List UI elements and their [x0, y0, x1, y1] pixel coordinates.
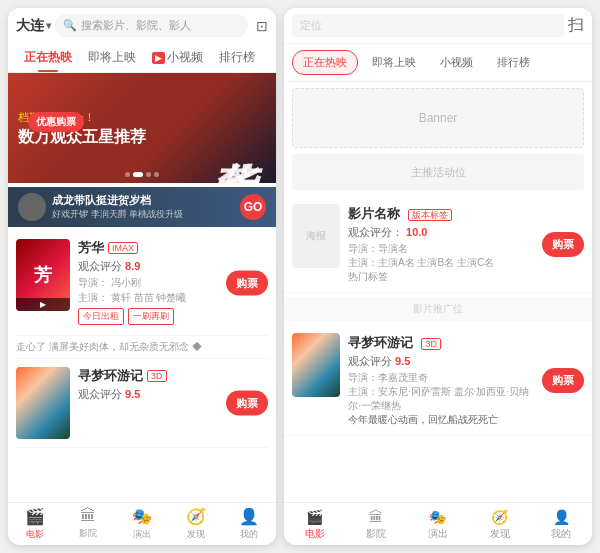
buy-button-fanghua[interactable]: 购票 — [226, 271, 268, 296]
left-header: 大连 ▾ 🔍 搜索影片、影院、影人 ⊡ — [8, 8, 276, 43]
template-poster: 海报 — [292, 204, 340, 268]
profile-icon-right: 👤 — [553, 509, 570, 525]
promo-slot-right: 影片推广位 — [284, 297, 592, 321]
dot-1 — [125, 172, 130, 177]
tab-now-playing-right[interactable]: 正在热映 — [292, 50, 358, 75]
promo-avatar — [18, 193, 46, 221]
right-header: 定位 扫 — [284, 8, 592, 44]
coco-format: 3D — [421, 338, 441, 350]
template-title: 影片名称 — [348, 206, 400, 221]
nav-discover-left[interactable]: 🧭 发现 — [169, 507, 223, 541]
movie-format-coco: 3D — [147, 370, 167, 382]
cinema-icon-right: 🏛 — [369, 509, 383, 525]
nav-label-discover-right: 发现 — [490, 527, 510, 541]
nav-label-cinema: 影院 — [79, 527, 97, 540]
search-bar[interactable]: 🔍 搜索影片、影院、影人 — [55, 14, 248, 37]
show-icon: 🎭 — [132, 507, 152, 526]
banner-placeholder-right: Banner — [292, 88, 584, 148]
cinema-icon: 🏛 — [80, 507, 96, 525]
buy-button-coco[interactable]: 购票 — [226, 391, 268, 416]
nav-discover-right[interactable]: 🧭 发现 — [469, 509, 531, 541]
movie-item-coco: 寻梦环游记 3D 观众评分 9.5 购票 — [16, 359, 268, 448]
buy-button-coco-right[interactable]: 购票 — [542, 368, 584, 393]
nav-cinema-right[interactable]: 🏛 影院 — [346, 509, 408, 541]
show-icon-right: 🎭 — [429, 509, 446, 525]
banner-buy-button[interactable]: 优惠购票 — [28, 112, 84, 132]
city-selector[interactable]: 大连 ▾ — [16, 17, 51, 35]
search-icon: 🔍 — [63, 19, 77, 32]
scan-icon[interactable]: ⊡ — [256, 18, 268, 34]
dot-4 — [154, 172, 159, 177]
main-banner-left[interactable]: 档期口碑第一！ 数万观众五星推荐 优惠购票 芳华 — [8, 73, 276, 183]
movie-icon: 🎬 — [25, 507, 45, 526]
template-version: 版本标签 — [408, 209, 452, 221]
tab-coming-soon-right[interactable]: 即将上映 — [362, 51, 426, 74]
left-tabs: 正在热映 即将上映 ▶ 小视频 排行榜 — [8, 43, 276, 73]
scan-icon-right[interactable]: 扫 — [568, 15, 584, 36]
promo-main-text: 成龙带队挺进贺岁档 — [52, 193, 234, 208]
movie-format-fanghua: IMAX — [108, 242, 138, 254]
nav-label-profile-right: 我的 — [551, 527, 571, 541]
nav-cinema-left[interactable]: 🏛 影院 — [62, 507, 116, 541]
movie-quote: 走心了 满屏美好肉体，却无杂质无邪念 ◆ — [16, 336, 268, 359]
nav-movie-left[interactable]: 🎬 电影 — [8, 507, 62, 541]
template-movie-card: 海报 影片名称 版本标签 观众评分： 10.0 导演：导演名 主演：主演A名 主… — [284, 196, 592, 293]
coco-card-right: 寻梦环游记 3D 观众评分 9.5 导演：李嘉茂里奇 主演：安东尼·冈萨雷斯 盖… — [284, 325, 592, 436]
coco-quote: 今年最暖心动画，回忆船战死死亡 — [348, 413, 534, 427]
location-placeholder: 定位 — [300, 18, 322, 33]
nav-label-movie-right: 电影 — [305, 527, 325, 541]
right-tabs: 正在热映 即将上映 小视频 排行榜 — [284, 44, 592, 82]
poster-coco — [16, 367, 70, 439]
nav-profile-left[interactable]: 👤 我的 — [222, 507, 276, 541]
tab-coming-soon-left[interactable]: 即将上映 — [80, 43, 144, 72]
location-input[interactable]: 定位 — [292, 14, 564, 37]
nav-label-show-right: 演出 — [428, 527, 448, 541]
nav-label-profile: 我的 — [240, 528, 258, 541]
city-label: 大连 — [16, 17, 44, 35]
coco-director: 导演：李嘉茂里奇 — [348, 371, 534, 385]
right-panel: 定位 扫 正在热映 即将上映 小视频 排行榜 Banner 主推活动位 海 — [284, 8, 592, 545]
promo-area-right: 主推活动位 — [292, 154, 584, 190]
nav-movie-right[interactable]: 🎬 电影 — [284, 509, 346, 541]
tab-ranking-left[interactable]: 排行榜 — [211, 43, 263, 72]
movie-title-coco: 寻梦环游记 — [78, 367, 143, 385]
promo-go-button[interactable]: GO — [240, 194, 266, 220]
nav-label-cinema-right: 影院 — [366, 527, 386, 541]
tag-rewatch[interactable]: 一刷再刷 — [128, 308, 174, 325]
template-director: 导演：导演名 — [348, 242, 534, 256]
promo-placeholder-text: 主推活动位 — [411, 165, 466, 180]
bottom-nav-left: 🎬 电影 🏛 影院 🎭 演出 🧭 发现 👤 我的 — [8, 502, 276, 545]
tab-short-video-right[interactable]: 小视频 — [430, 51, 483, 74]
profile-icon: 👤 — [239, 507, 259, 526]
video-badge-icon: ▶ — [152, 52, 165, 64]
movie-icon-right: 🎬 — [306, 509, 323, 525]
poster-fanghua: 芳 ▶ — [16, 239, 70, 311]
search-placeholder: 搜索影片、影院、影人 — [81, 18, 191, 33]
bottom-nav-right: 🎬 电影 🏛 影院 🎭 演出 🧭 发现 👤 我的 — [284, 502, 592, 545]
movie-title-fanghua: 芳华 — [78, 239, 104, 257]
nav-profile-right[interactable]: 👤 我的 — [530, 509, 592, 541]
tag-today[interactable]: 今日出租 — [78, 308, 124, 325]
buy-button-template[interactable]: 购票 — [542, 232, 584, 257]
tab-now-playing-left[interactable]: 正在热映 — [16, 43, 80, 72]
promo-sub-text: 好戏开锣 李润天爵 单桃战役升级 — [52, 208, 234, 221]
left-phone: 大连 ▾ 🔍 搜索影片、影院、影人 ⊡ 正在热映 即将上映 ▶ 小视频 排行榜 … — [8, 8, 276, 545]
banner-placeholder-text: Banner — [419, 111, 458, 125]
dot-2 — [133, 172, 143, 177]
nav-show-left[interactable]: 🎭 演出 — [115, 507, 169, 541]
nav-label-show: 演出 — [133, 528, 151, 541]
dot-3 — [146, 172, 151, 177]
promo-banner-left[interactable]: 成龙带队挺进贺岁档 好戏开锣 李润天爵 单桃战役升级 GO — [8, 187, 276, 227]
nav-label-discover: 发现 — [187, 528, 205, 541]
movie-list-left: 芳 ▶ 芳华 IMAX 观众评分 8.9 导演： 冯小刚 主演： 黄轩 — [8, 231, 276, 502]
movie-item-fanghua: 芳 ▶ 芳华 IMAX 观众评分 8.9 导演： 冯小刚 主演： 黄轩 — [16, 231, 268, 336]
nav-show-right[interactable]: 🎭 演出 — [407, 509, 469, 541]
tab-short-video-left[interactable]: ▶ 小视频 — [144, 43, 211, 72]
poster-coco-right — [292, 333, 340, 397]
coco-cast: 主演：安东尼·冈萨雷斯 盖尔·加西亚·贝纳尔·一荣继热 — [348, 385, 534, 413]
coco-title: 寻梦环游记 — [348, 335, 413, 350]
tab-ranking-right[interactable]: 排行榜 — [487, 51, 540, 74]
chevron-down-icon: ▾ — [46, 20, 51, 31]
discover-icon: 🧭 — [186, 507, 206, 526]
nav-label-movie: 电影 — [26, 528, 44, 541]
